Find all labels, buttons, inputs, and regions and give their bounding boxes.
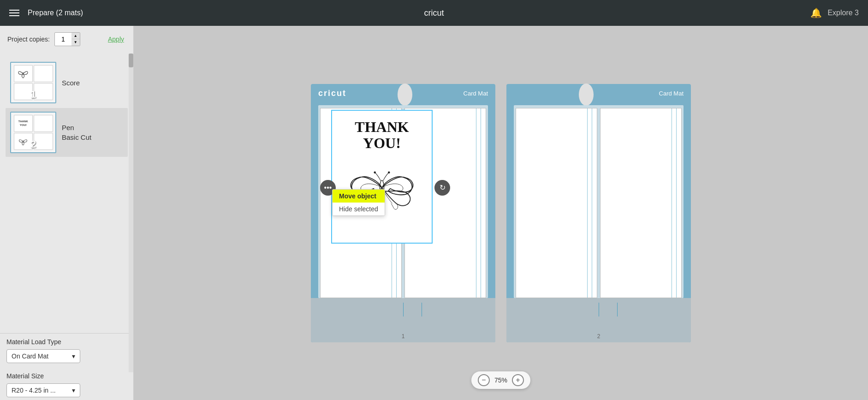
thumb-cell-3 [14, 83, 33, 100]
mat2-right-panel [600, 108, 682, 298]
thank-text-line1: THANK [355, 119, 409, 135]
mat1-number-bottom: 1 [402, 333, 405, 340]
size-dropdown-arrow-icon: ▾ [72, 387, 75, 394]
svg-point-4 [388, 171, 390, 173]
hide-selected-item[interactable]: Hide selected [333, 203, 385, 215]
copies-arrows: ▲ ▼ [71, 33, 80, 46]
mat1-accent-line2 [422, 303, 422, 316]
mat2-bottom: 2 [506, 298, 691, 342]
mats-container: cricut Card Mat [302, 75, 700, 352]
header-left: Prepare (2 mats) [9, 9, 83, 17]
mat1-accent-line [403, 303, 404, 316]
mat2-accent-line2 [617, 303, 618, 316]
sidebar-scrollbar[interactable] [129, 54, 133, 372]
zoom-minus-icon: − [482, 376, 486, 384]
mat-oval [398, 84, 412, 106]
mat2-left-panel [516, 108, 597, 298]
thumb-cell-4 [34, 83, 53, 100]
material-load-section: Material Load Type On Card Mat ▾ [0, 333, 133, 368]
copies-input-wrap: ▲ ▼ [54, 32, 80, 46]
thumb-butterfly-icon-2 [17, 137, 29, 147]
copies-down-button[interactable]: ▼ [71, 39, 80, 46]
thumb-text: THANKYOU! [18, 120, 28, 126]
project-title: cricut [424, 8, 444, 18]
thumb-butterfly-icon [17, 68, 30, 80]
mat2-accent-line [599, 303, 599, 316]
copies-up-button[interactable]: ▲ [71, 33, 80, 39]
mat-number-2: 2 [30, 138, 36, 150]
mat2-number-bottom: 2 [597, 333, 600, 340]
mat-workspace-2: Card Mat 2 [506, 84, 691, 342]
scrollbar-thumb [129, 54, 133, 67]
prepare-title: Prepare (2 mats) [28, 9, 83, 17]
mat2-vline2 [592, 108, 592, 298]
main-container: Project copies: ▲ ▼ Apply [0, 26, 868, 400]
material-load-title: Material Load Type [6, 338, 127, 346]
mat1-header: cricut Card Mat [311, 84, 495, 103]
rotate-icon: ↻ [440, 183, 446, 192]
mat-thumbnail-2: THANKYOU! 2 [10, 112, 56, 153]
context-menu-popup: Move object Hide selected [332, 189, 385, 216]
material-size-title: Material Size [6, 372, 127, 380]
thumb-cell-2 [34, 65, 53, 82]
material-size-dropdown[interactable]: R20 - 4.25 in ... ▾ [6, 383, 80, 397]
thumb-cell-2-4 [34, 133, 53, 150]
thumb-cell-2-2 [34, 115, 53, 132]
card-text: THANK YOU! [355, 119, 409, 151]
apply-link[interactable]: Apply [108, 36, 124, 43]
mat2-type-label: Card Mat [659, 90, 684, 97]
zoom-controls: − 75% + [471, 371, 530, 389]
material-load-dropdown[interactable]: On Card Mat ▾ [6, 349, 80, 363]
zoom-out-button[interactable]: − [478, 374, 490, 386]
mat-thumbnail-1: 1 [10, 62, 56, 103]
mat2-inner [514, 105, 684, 298]
dropdown-arrow-icon: ▾ [72, 352, 75, 360]
zoom-in-button[interactable]: + [512, 374, 524, 386]
svg-point-1 [23, 140, 24, 143]
mat2-header: Card Mat [506, 84, 691, 103]
material-load-value: On Card Mat [12, 352, 48, 360]
header-right: 🔔 Explore 3 [810, 7, 859, 18]
material-size-section: Material Size R20 - 4.25 in ... ▾ [0, 368, 133, 400]
mat1-right-vline1 [476, 108, 476, 298]
mat-card-1[interactable]: 1 Score [6, 58, 128, 107]
bell-icon[interactable]: 🔔 [810, 7, 822, 18]
mat-number-1: 1 [30, 89, 36, 101]
mat-card-2[interactable]: THANKYOU! 2 Pen [6, 108, 128, 157]
rotate-button[interactable]: ↻ [434, 180, 450, 196]
mat-label-pen-basic: Pen Basic Cut [62, 123, 91, 142]
mat1-inner: THANK YOU! [318, 105, 488, 298]
zoom-plus-icon: + [516, 376, 520, 384]
sidebar-top: Project copies: ▲ ▼ Apply [0, 26, 133, 54]
thumb-cell-2-1: THANKYOU! [14, 115, 33, 132]
machine-label: Explore 3 [827, 9, 859, 17]
sidebar: Project copies: ▲ ▼ Apply [0, 26, 134, 400]
card-object[interactable]: THANK YOU! [331, 110, 433, 244]
more-icon: ••• [324, 184, 332, 192]
material-size-value: R20 - 4.25 in ... [12, 387, 56, 394]
mat1-right-vline2 [481, 108, 481, 298]
mat-list: 1 Score THANKYOU! [0, 54, 133, 333]
svg-point-3 [374, 171, 376, 173]
thumb-cell-2-3 [14, 133, 33, 150]
copies-input[interactable] [55, 33, 71, 46]
thumb-cell-1 [14, 65, 33, 82]
hamburger-menu-button[interactable] [9, 10, 19, 16]
mat-label-pen: Pen [62, 123, 91, 132]
mat2-oval [579, 84, 594, 106]
mat-label-score: Score [62, 78, 80, 88]
mat1-type-label: Card Mat [464, 90, 488, 97]
mat-workspace-1: cricut Card Mat [311, 84, 495, 342]
cricut-brand: cricut [318, 89, 346, 98]
header: Prepare (2 mats) cricut 🔔 Explore 3 [0, 0, 868, 26]
move-object-item[interactable]: Move object [333, 190, 385, 203]
thank-text-line2: YOU! [363, 135, 401, 151]
zoom-level: 75% [494, 376, 507, 384]
mat2-right-vline1 [672, 108, 672, 298]
mat2-vline1 [587, 108, 588, 298]
project-copies-label: Project copies: [7, 36, 50, 43]
mat2-right-vline2 [676, 108, 677, 298]
project-copies-row: Project copies: ▲ ▼ Apply [7, 32, 126, 46]
content-area: cricut Card Mat [134, 26, 868, 400]
mat-label-basic-cut: Basic Cut [62, 132, 91, 142]
